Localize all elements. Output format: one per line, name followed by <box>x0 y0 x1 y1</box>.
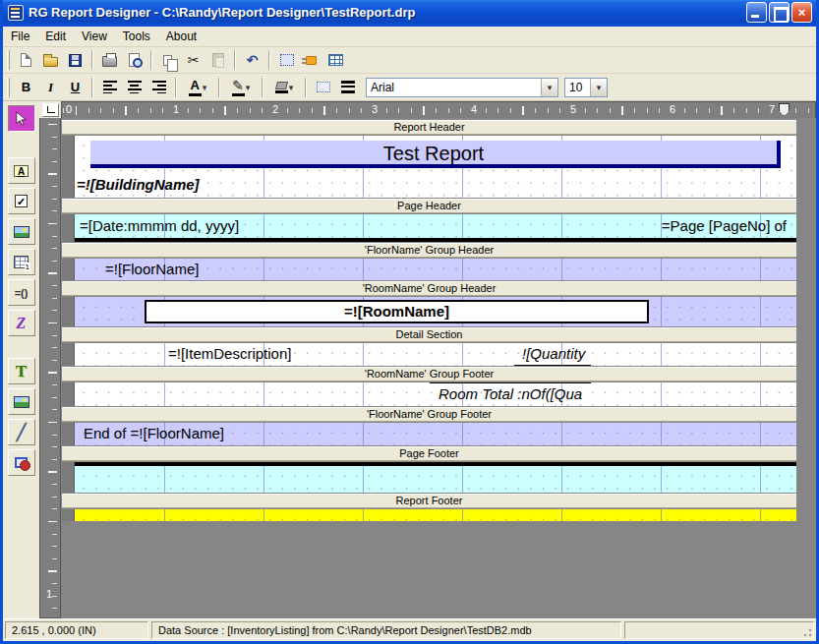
table-button[interactable] <box>323 49 348 72</box>
band-content[interactable]: =[Date:mmmm dd, yyyy] =Page [PageNo] of <box>75 214 796 242</box>
text-art-icon: T <box>16 362 27 381</box>
font-color-button[interactable]: A ▾ <box>181 76 214 98</box>
band-gutter <box>62 214 75 242</box>
section-bar-detail[interactable]: Detail Section <box>62 327 796 342</box>
data-grid-tool[interactable] <box>8 249 35 275</box>
section-bar-page-header[interactable]: Page Header <box>62 199 796 213</box>
line-color-button[interactable]: ✎ ▾ <box>224 76 258 98</box>
grid-settings-button[interactable] <box>274 49 299 72</box>
underline-button[interactable]: U <box>63 76 88 98</box>
section-bar-report-header[interactable]: Report Header <box>62 120 796 135</box>
expression-tool[interactable]: =() <box>8 279 35 306</box>
align-center-icon <box>128 81 142 93</box>
chart-tool[interactable]: Z <box>8 310 35 336</box>
font-size-value: 10 <box>565 81 590 94</box>
room-name-element[interactable]: =![RoomName] <box>145 300 649 323</box>
ruler-origin-button[interactable] <box>42 103 59 117</box>
ruler-number: 7 <box>767 103 777 115</box>
menu-file[interactable]: File <box>3 28 37 45</box>
quantity-element[interactable]: ![Quantity <box>522 345 585 362</box>
minimize-button[interactable] <box>746 2 767 23</box>
section-bar-page-footer[interactable]: Page Footer <box>62 446 796 461</box>
end-of-floor-element[interactable]: End of =![FloorName] <box>84 425 224 441</box>
band-content[interactable] <box>75 462 796 493</box>
image-tool[interactable] <box>8 218 35 245</box>
date-field-element[interactable]: =[Date:mmmm dd, yyyy] <box>80 217 239 234</box>
font-color-icon: A <box>189 78 202 96</box>
menu-tools[interactable]: Tools <box>115 28 158 45</box>
select-tool[interactable] <box>8 105 35 132</box>
shape-tool[interactable] <box>8 449 35 476</box>
toolbar-separator <box>175 78 177 97</box>
maximize-button[interactable] <box>769 2 790 23</box>
label-icon: A <box>14 165 29 177</box>
band-content[interactable]: =![ItemDescription] ![Quantity <box>75 343 796 366</box>
band-content[interactable]: =![FloorName] <box>75 259 796 280</box>
chevron-down-icon[interactable]: ▾ <box>590 79 607 96</box>
band-content[interactable]: Room Total :nOf([Qua <box>75 382 796 406</box>
data-grid-icon <box>14 256 29 268</box>
open-button[interactable] <box>38 49 63 72</box>
menu-view[interactable]: View <box>74 28 115 45</box>
print-preview-button[interactable] <box>122 49 146 72</box>
band-content[interactable]: =![RoomName] <box>75 297 796 326</box>
section-bar-floor-group-header[interactable]: 'FloorName' Group Header <box>62 243 796 258</box>
section-bar-room-group-footer[interactable]: 'RoomName' Group Footer <box>62 367 796 381</box>
toolbar-grip[interactable] <box>7 50 10 70</box>
print-button[interactable] <box>97 49 122 72</box>
chevron-down-icon[interactable]: ▾ <box>541 79 557 96</box>
floor-name-element[interactable]: =![FloorName] <box>105 261 199 277</box>
picture-tool[interactable] <box>8 388 35 415</box>
chevron-down-icon: ▾ <box>203 83 207 92</box>
item-description-element[interactable]: =![ItemDescription] <box>168 345 291 362</box>
room-total-element[interactable]: Room Total :nOf([Qua <box>430 382 591 402</box>
font-name-combobox[interactable]: Arial ▾ <box>366 78 558 97</box>
align-right-button[interactable] <box>146 76 171 98</box>
page-number-element[interactable]: =Page [PageNo] of <box>662 217 787 234</box>
save-button[interactable] <box>63 49 88 72</box>
new-button[interactable] <box>14 49 38 72</box>
section-bar-report-footer[interactable]: Report Footer <box>62 494 796 508</box>
quantity-underline <box>514 365 591 366</box>
ruler-number: 6 <box>668 103 677 115</box>
font-size-combobox[interactable]: 10 ▾ <box>564 78 608 97</box>
title-bar[interactable]: RG Report Designer - C:\Randy\Report Des… <box>3 0 816 27</box>
paste-button[interactable] <box>205 49 230 72</box>
report-title-element[interactable]: Test Report <box>90 141 781 168</box>
ruler-number: 1 <box>171 103 181 115</box>
fill-color-button[interactable]: ▾ <box>267 76 301 98</box>
band-gutter <box>62 136 75 198</box>
menu-edit[interactable]: Edit <box>37 28 74 45</box>
undo-button[interactable]: ↶ <box>240 49 264 72</box>
expression-icon: =() <box>15 287 29 299</box>
band-report-header: Test Report =![BuildingName] <box>62 136 796 198</box>
toolbox: A ✓ =() Z T ╱ <box>3 101 39 618</box>
cut-button[interactable]: ✂ <box>181 49 205 72</box>
text-art-tool[interactable]: T <box>8 358 35 384</box>
checkbox-tool[interactable]: ✓ <box>8 188 35 214</box>
bold-button[interactable]: B <box>14 76 38 98</box>
menu-about[interactable]: About <box>158 28 205 45</box>
section-bar-floor-group-footer[interactable]: 'FloorName' Group Footer <box>62 407 796 422</box>
label-tool[interactable]: A <box>8 157 35 184</box>
band-content[interactable]: Test Report =![BuildingName] <box>75 136 796 198</box>
border-lines-button[interactable] <box>335 76 360 98</box>
band-content[interactable] <box>75 509 796 521</box>
resize-grip[interactable] <box>801 626 813 638</box>
align-center-button[interactable] <box>122 76 146 98</box>
toolbar-grip[interactable] <box>7 78 10 97</box>
line-tool[interactable]: ╱ <box>8 419 35 445</box>
border-dotted-button[interactable] <box>311 76 335 98</box>
align-left-button[interactable] <box>97 76 122 98</box>
band-content[interactable]: End of =![FloorName] <box>75 423 796 445</box>
toolbar-separator <box>305 78 307 97</box>
section-bar-room-group-header[interactable]: 'RoomName' Group Header <box>62 281 796 296</box>
building-name-element[interactable]: =![BuildingName] <box>77 176 200 193</box>
close-button[interactable]: × <box>791 2 812 23</box>
data-connection-button[interactable] <box>299 49 323 72</box>
data-connection-icon <box>306 56 317 65</box>
band-room-group-header: =![RoomName] <box>62 297 796 326</box>
ruler-margin-marker[interactable] <box>779 103 790 116</box>
copy-button[interactable] <box>156 49 181 72</box>
italic-button[interactable]: I <box>38 76 63 98</box>
